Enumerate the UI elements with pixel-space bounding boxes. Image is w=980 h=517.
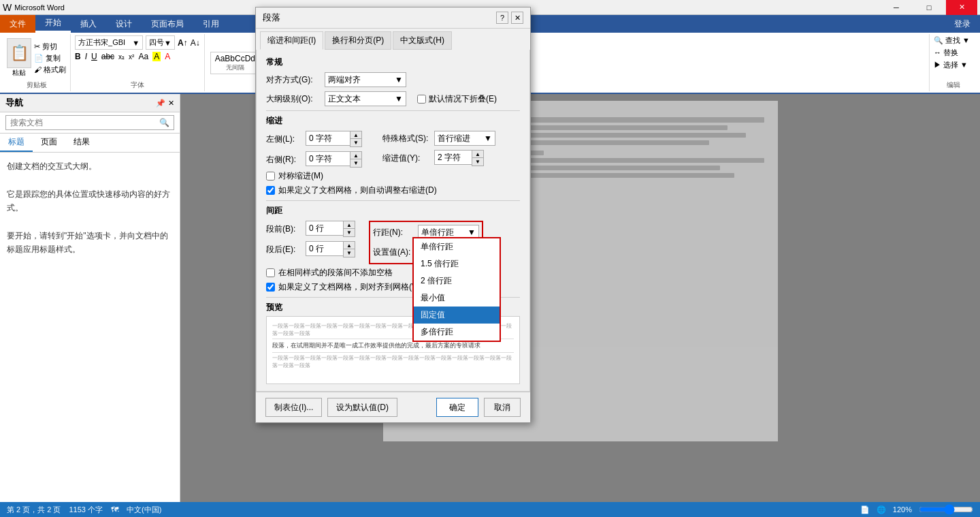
before-up[interactable]: ▲	[344, 221, 355, 229]
ls-option-multiple[interactable]: 多倍行距	[414, 324, 500, 341]
after-spin-btns: ▲ ▼	[343, 241, 355, 257]
nav-pin-icon[interactable]: 📌	[156, 99, 165, 108]
font-color-button[interactable]: A	[165, 52, 170, 61]
dialog-close-button[interactable]: ✕	[511, 12, 523, 24]
indent-value-label: 缩进值(Y):	[382, 153, 430, 164]
default-button[interactable]: 设为默认值(D)	[327, 398, 397, 417]
nav-search-input[interactable]	[6, 116, 155, 129]
indent-value-row: 缩进值(Y): ▲ ▼	[382, 150, 495, 166]
right-spin-down[interactable]: ▼	[350, 159, 361, 167]
tab-design[interactable]: 设计	[106, 15, 142, 33]
right-input[interactable]	[306, 151, 350, 166]
set-value-label: 设置值(A):	[373, 247, 414, 258]
before-input[interactable]	[306, 221, 343, 236]
replace-button[interactable]: ↔ 替换	[934, 48, 973, 58]
login-button[interactable]: 登录	[945, 15, 980, 33]
maximize-button[interactable]: □	[913, 0, 945, 15]
nav-search-icon[interactable]: 🔍	[155, 116, 174, 129]
indent-value-input[interactable]	[434, 150, 472, 165]
ls-option-fixed[interactable]: 固定值	[414, 307, 500, 324]
nav-tab-results[interactable]: 结果	[65, 134, 98, 152]
ls-option-1-5[interactable]: 1.5 倍行距	[414, 255, 500, 272]
select-button[interactable]: ▶ 选择 ▼	[934, 60, 973, 70]
outline-select[interactable]: 正文文本 ▼	[325, 91, 406, 106]
outline-checkbox[interactable]	[417, 95, 426, 104]
grid-right-checkbox[interactable]	[266, 186, 275, 195]
font-group: 方正书宋_GBI ▼ 四号 ▼ A↑ A↓ B I U abc x₂ x² Aa…	[71, 34, 205, 91]
nav-close-icon[interactable]: ✕	[168, 99, 174, 108]
minimize-button[interactable]: ─	[881, 0, 912, 15]
indent-val-spin-buttons: ▲ ▼	[472, 150, 484, 166]
before-row: 段前(B): ▲ ▼	[266, 221, 355, 237]
font-size-select[interactable]: 四号 ▼	[146, 35, 175, 50]
after-down[interactable]: ▼	[344, 249, 355, 257]
left-spin-up[interactable]: ▲	[350, 131, 361, 139]
paragraph-dialog: 段落 ? ✕ 缩进和间距(I) 换行和分页(P) 中文版式(H) 常规	[255, 7, 531, 423]
symmetric-checkbox[interactable]	[266, 172, 275, 181]
right-spin-up[interactable]: ▲	[350, 152, 361, 159]
highlight-button[interactable]: A	[152, 52, 161, 61]
font-grow-button[interactable]: A↑	[178, 38, 188, 48]
tab-file[interactable]: 文件	[0, 15, 35, 33]
left-input[interactable]	[306, 131, 350, 146]
cancel-button[interactable]: 取消	[484, 398, 521, 417]
left-spin-down[interactable]: ▼	[350, 139, 361, 146]
indent-val-up[interactable]: ▲	[472, 151, 483, 158]
font-shrink-button[interactable]: A↓	[191, 38, 200, 48]
before-down[interactable]: ▼	[344, 229, 355, 236]
nav-tab-pages[interactable]: 页面	[33, 134, 65, 152]
ls-option-single[interactable]: 单倍行距	[414, 238, 500, 255]
copy-button[interactable]: 📄 复制	[34, 53, 66, 63]
text-effect-button[interactable]: Aa	[138, 52, 148, 61]
style-none-label: 无间隔	[215, 63, 255, 72]
nav-tab-headings[interactable]: 标题	[0, 134, 33, 152]
cut-button[interactable]: ✂ 剪切	[34, 42, 66, 52]
no-add-spacing-checkbox[interactable]	[266, 268, 275, 277]
paste-icon: 📋	[7, 38, 31, 68]
find-button[interactable]: 🔍 查找 ▼	[934, 35, 973, 46]
grid-spacing-checkbox[interactable]	[266, 283, 275, 292]
tab-button[interactable]: 制表位(I)...	[265, 398, 322, 417]
after-up[interactable]: ▲	[344, 242, 355, 249]
clipboard-group-content: 📋 粘贴 ✂ 剪切 📄 复制 🖌 格式刷	[7, 35, 66, 80]
tab-layout[interactable]: 页面布局	[142, 15, 193, 33]
tab-insert[interactable]: 插入	[71, 15, 106, 33]
ls-option-min[interactable]: 最小值	[414, 289, 500, 307]
dialog-tab-chinese[interactable]: 中文版式(H)	[393, 31, 452, 50]
status-view-print[interactable]: 📄	[860, 505, 870, 514]
strikethrough-button[interactable]: abc	[101, 52, 114, 61]
grid-right-label: 如果定义了文档网格，则自动调整右缩进(D)	[278, 185, 437, 196]
indent-left-right: 左侧(L): ▲ ▼ 右侧(R):	[266, 131, 362, 168]
close-button[interactable]: ✕	[946, 0, 977, 15]
symmetric-label: 对称缩进(M)	[278, 170, 323, 182]
italic-button[interactable]: I	[85, 52, 87, 61]
paste-button[interactable]: 📋 粘贴	[7, 38, 31, 78]
subscript-button[interactable]: x₂	[118, 53, 125, 61]
status-view-web[interactable]: 🌐	[877, 505, 886, 514]
special-select[interactable]: 首行缩进 ▼	[434, 131, 495, 146]
alignment-select[interactable]: 两端对齐 ▼	[325, 72, 406, 87]
grid-right-row: 如果定义了文档网格，则自动调整右缩进(D)	[266, 185, 520, 196]
nav-panel: 导航 📌 ✕ 🔍 标题 页面 结果 创建文档的交互式大纲。	[0, 94, 180, 502]
indent-val-spin: ▲ ▼	[434, 150, 484, 166]
superscript-button[interactable]: x²	[129, 53, 134, 61]
ok-button[interactable]: 确定	[436, 398, 478, 417]
bold-button[interactable]: B	[75, 52, 81, 61]
zoom-slider[interactable]	[919, 504, 973, 515]
style-none-preview: AaBbCcDd	[215, 54, 255, 63]
ls-option-double[interactable]: 2 倍行距	[414, 272, 500, 289]
font-family-select[interactable]: 方正书宋_GBI ▼	[75, 35, 143, 50]
after-input[interactable]	[306, 241, 343, 256]
tab-start[interactable]: 开始	[35, 15, 71, 33]
dialog-help-button[interactable]: ?	[496, 12, 508, 24]
underline-button[interactable]: U	[91, 52, 97, 61]
style-none[interactable]: AaBbCcDd 无间隔	[210, 52, 260, 74]
format-painter-button[interactable]: 🖌 格式刷	[34, 65, 66, 75]
dialog-tab-line-page[interactable]: 换行和分页(P)	[325, 31, 391, 50]
dialog-tab-indent-spacing[interactable]: 缩进和间距(I)	[260, 31, 323, 50]
status-right: 📄 🌐 120%	[860, 504, 973, 515]
after-row: 段后(E): ▲ ▼	[266, 241, 355, 257]
tab-references[interactable]: 引用	[193, 15, 229, 33]
title-bar-text: Microsoft Word	[14, 3, 65, 12]
indent-val-down[interactable]: ▼	[472, 158, 483, 166]
